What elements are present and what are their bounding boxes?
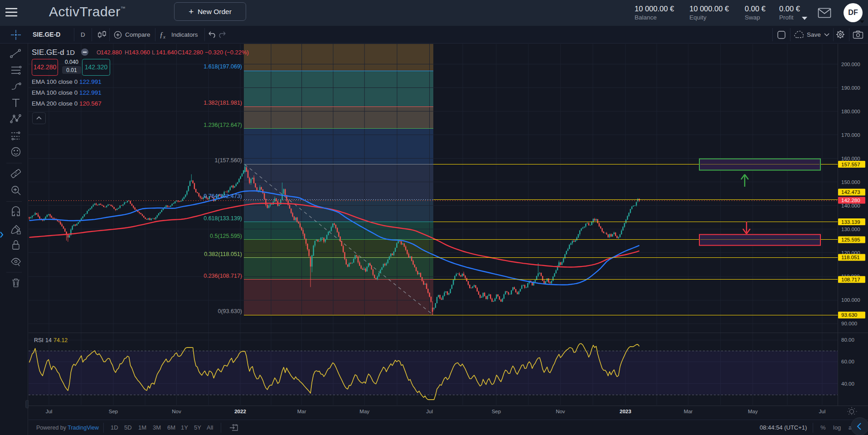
svg-text:0(93.630): 0(93.630) (218, 308, 242, 314)
svg-text:160.000: 160.000 (841, 156, 860, 161)
svg-text:1(157.560): 1(157.560) (215, 157, 242, 164)
svg-text:133.139: 133.139 (841, 219, 860, 225)
svg-text:Nov: Nov (556, 409, 565, 414)
svg-text:May: May (748, 409, 758, 414)
svg-text:122.991: 122.991 (79, 78, 102, 85)
svg-text:C: C (178, 49, 182, 56)
svg-text:14: 14 (45, 337, 52, 343)
svg-text:Jul: Jul (819, 409, 826, 414)
svg-text:200.000: 200.000 (841, 62, 860, 67)
svg-text:157.557: 157.557 (841, 162, 860, 167)
svg-text:93.630: 93.630 (841, 312, 857, 318)
svg-text:108.717: 108.717 (841, 277, 860, 282)
svg-text:125.595: 125.595 (841, 237, 860, 242)
svg-text:100.000: 100.000 (841, 297, 860, 303)
svg-text:142.880: 142.880 (101, 49, 122, 56)
svg-text:141.640: 141.640 (156, 49, 177, 56)
svg-text:RSI: RSI (34, 337, 44, 343)
svg-text:150.000: 150.000 (841, 179, 860, 185)
svg-text:Sep: Sep (492, 409, 501, 414)
svg-text:Jul: Jul (46, 409, 53, 414)
svg-text:May: May (359, 409, 369, 414)
svg-text:60.00: 60.00 (841, 359, 854, 364)
svg-text:140.000: 140.000 (841, 203, 860, 208)
svg-text:Mar: Mar (297, 409, 306, 414)
svg-text:1.382(181.981): 1.382(181.981) (204, 100, 242, 106)
svg-text:142.320: 142.320 (85, 63, 108, 71)
svg-text:Mar: Mar (684, 409, 693, 414)
svg-text:EMA 100 close 0: EMA 100 close 0 (32, 78, 78, 85)
svg-text:0.236(108.717): 0.236(108.717) (204, 273, 242, 279)
svg-text:0.618(133.139): 0.618(133.139) (204, 215, 242, 222)
svg-text:118.051: 118.051 (841, 255, 860, 260)
svg-text:120.567: 120.567 (79, 100, 102, 107)
svg-text:122.991: 122.991 (79, 89, 102, 96)
svg-text:EMA 200 close 0: EMA 200 close 0 (32, 100, 78, 107)
svg-text:142.280: 142.280 (34, 63, 57, 71)
svg-text:1.618(197.069): 1.618(197.069) (204, 63, 242, 70)
svg-text:2022: 2022 (234, 409, 246, 414)
svg-text:74.12: 74.12 (53, 337, 68, 343)
svg-text:2023: 2023 (620, 409, 631, 414)
svg-text:EMA 100 close 0: EMA 100 close 0 (32, 89, 78, 96)
svg-text:143.060: 143.060 (129, 49, 150, 56)
svg-text:1D: 1D (66, 48, 75, 56)
svg-text:Jul: Jul (426, 409, 433, 414)
svg-text:Sep: Sep (109, 409, 118, 414)
svg-text:142.280: 142.280 (182, 49, 203, 56)
svg-text:80.00: 80.00 (841, 337, 854, 343)
svg-text:0.382(118.051): 0.382(118.051) (204, 251, 242, 257)
svg-text:SIE.GE-d: SIE.GE-d (32, 48, 64, 57)
svg-text:0.01: 0.01 (66, 67, 77, 73)
svg-text:40.00: 40.00 (841, 381, 854, 387)
svg-text:0.5(125.595): 0.5(125.595) (210, 233, 242, 239)
svg-text:130.000: 130.000 (841, 227, 860, 232)
svg-text:0.040: 0.040 (65, 59, 78, 65)
svg-text:0.764(142.473): 0.764(142.473) (204, 193, 242, 199)
svg-text:180.000: 180.000 (841, 109, 860, 114)
svg-text:90.000: 90.000 (841, 321, 857, 326)
svg-text:Nov: Nov (172, 409, 181, 414)
svg-text:1.236(172.647): 1.236(172.647) (204, 122, 242, 128)
svg-text:190.000: 190.000 (841, 85, 860, 91)
svg-text:L: L (152, 49, 155, 56)
svg-text:−0.320 (−0.22%): −0.320 (−0.22%) (205, 49, 249, 56)
svg-text:142.473: 142.473 (841, 189, 860, 195)
svg-text:170.000: 170.000 (841, 132, 860, 138)
svg-text:142.280: 142.280 (841, 198, 860, 203)
svg-text:H: H (125, 49, 129, 56)
